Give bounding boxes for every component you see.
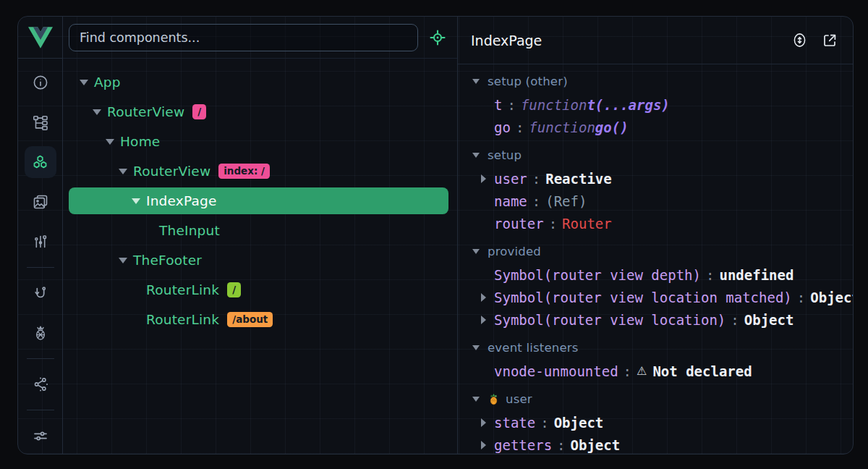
tree-node-label: RouterView — [107, 104, 184, 119]
section-header[interactable]: event listeners — [458, 335, 853, 360]
tree-node[interactable]: App — [63, 67, 457, 97]
triangle-down — [472, 345, 480, 350]
rail-divider — [27, 410, 54, 410]
collapse-arrow-icon[interactable] — [93, 109, 101, 115]
property-value: Not declared — [652, 363, 752, 379]
section-header[interactable]: provided — [458, 239, 853, 263]
property-row[interactable]: Symbol(router view location):Object — [458, 308, 853, 331]
section-title: user — [506, 392, 532, 406]
property-row[interactable]: getters:Object — [458, 434, 853, 454]
tree-node-label: RouterView — [133, 164, 210, 179]
info-icon — [32, 74, 49, 91]
property-value: undefined — [719, 267, 793, 283]
section-header[interactable]: setup (other) — [458, 69, 853, 93]
settings-nav-button[interactable] — [25, 420, 56, 452]
graph-nav-button[interactable] — [25, 368, 56, 400]
property-value: (Ref) — [545, 193, 587, 209]
tree-node[interactable]: RouterViewindex: / — [63, 156, 457, 186]
tree-node[interactable]: Home — [63, 127, 457, 156]
pinia-nav-button[interactable] — [25, 317, 56, 349]
expand-arrow-icon[interactable] — [481, 316, 490, 324]
tree-node[interactable]: RouterLink/ — [63, 275, 457, 305]
scroll-to-component-icon[interactable] — [791, 31, 808, 49]
section-header[interactable]: user — [458, 386, 853, 411]
section-title: provided — [488, 245, 541, 258]
tree-node[interactable]: TheInput — [63, 216, 457, 245]
expand-arrow-icon[interactable] — [481, 418, 490, 427]
tree-toolbar — [63, 17, 457, 59]
property-value: function — [521, 97, 587, 113]
state-section: setup (other)t:function t(...args)go:fun… — [458, 69, 853, 138]
property-row[interactable]: Symbol(router view depth):undefined — [458, 263, 853, 286]
property-key: router — [494, 216, 544, 232]
expand-arrow-icon[interactable] — [481, 441, 490, 449]
triangle-down — [106, 139, 114, 145]
select-component-icon — [428, 28, 447, 47]
property-row[interactable]: vnode-unmounted:⚠Not declared — [458, 360, 853, 382]
collapse-arrow-icon[interactable] — [132, 198, 140, 204]
timeline-icon — [32, 233, 49, 250]
property-key: state — [494, 415, 535, 431]
component-tree-nav-button[interactable] — [25, 106, 56, 138]
component-tree-icon — [32, 114, 49, 131]
triangle-down — [93, 109, 101, 115]
tree-node[interactable]: RouterView/ — [63, 97, 457, 127]
property-value: Object — [571, 437, 621, 453]
search-input[interactable] — [80, 30, 407, 45]
select-component-button[interactable] — [427, 27, 448, 48]
triangle-down — [472, 153, 480, 158]
property-row[interactable]: user:Reactive — [458, 167, 853, 190]
collapse-arrow-icon[interactable] — [80, 80, 88, 85]
assets-nav-button[interactable] — [25, 186, 56, 218]
assets-icon — [32, 193, 49, 211]
property-row[interactable]: name: (Ref) — [458, 190, 853, 212]
tree-node-label: TheInput — [159, 223, 220, 238]
property-row[interactable]: router:Router — [458, 212, 853, 234]
triangle-down — [472, 249, 480, 254]
section-title: setup — [488, 148, 522, 162]
settings-icon — [32, 427, 49, 444]
property-row[interactable]: go:function go() — [458, 116, 853, 138]
inspector-pane: IndexPage — [458, 17, 853, 454]
triangle-right — [481, 316, 486, 324]
property-key: t — [494, 97, 502, 113]
search-box — [69, 24, 418, 51]
property-value: Object — [554, 415, 604, 431]
vue-devtools-window: AppRouterView/HomeRouterViewindex: /Inde… — [0, 0, 868, 469]
timeline-nav-button[interactable] — [25, 226, 56, 258]
tree-node[interactable]: RouterLink/about — [63, 305, 457, 334]
property-key: vnode-unmounted — [494, 363, 618, 379]
property-colon: : — [731, 312, 739, 328]
state-section: setupuser:Reactivename: (Ref)router:Rout… — [458, 143, 853, 234]
router-nav-button[interactable] — [25, 277, 56, 309]
triangle-down — [119, 169, 127, 174]
expand-arrow-icon[interactable] — [481, 293, 490, 302]
route-badge: / — [192, 104, 206, 119]
property-row[interactable]: state:Object — [458, 411, 853, 434]
components-nav-button[interactable] — [25, 146, 56, 178]
rail-nav — [18, 59, 62, 455]
expand-arrow-icon[interactable] — [481, 174, 490, 183]
tree-node-label: Home — [120, 134, 160, 149]
pinia-icon — [32, 324, 49, 342]
property-colon: : — [540, 415, 548, 431]
tree-node-label: App — [94, 75, 121, 90]
property-key: Symbol(router view location matched) — [494, 290, 792, 305]
property-colon: : — [624, 363, 631, 379]
open-in-editor-icon[interactable] — [821, 32, 838, 49]
section-header[interactable]: setup — [458, 143, 853, 167]
component-tree: AppRouterView/HomeRouterViewindex: /Inde… — [63, 59, 457, 454]
collapse-arrow-icon[interactable] — [106, 139, 114, 145]
router-icon — [32, 284, 49, 302]
property-row[interactable]: Symbol(router view location matched):Obj… — [458, 286, 853, 308]
tree-node[interactable]: IndexPage — [69, 187, 448, 214]
info-nav-button[interactable] — [25, 67, 56, 98]
property-row[interactable]: t:function t(...args) — [458, 93, 853, 116]
tree-node[interactable]: TheFooter — [63, 245, 457, 275]
collapse-arrow-icon[interactable] — [119, 258, 127, 263]
property-value: Reactive — [545, 171, 612, 187]
tree-node-label: RouterLink — [146, 312, 219, 327]
collapse-arrow-icon[interactable] — [119, 169, 127, 174]
route-badge: index: / — [218, 164, 270, 179]
property-value: go() — [595, 119, 629, 135]
